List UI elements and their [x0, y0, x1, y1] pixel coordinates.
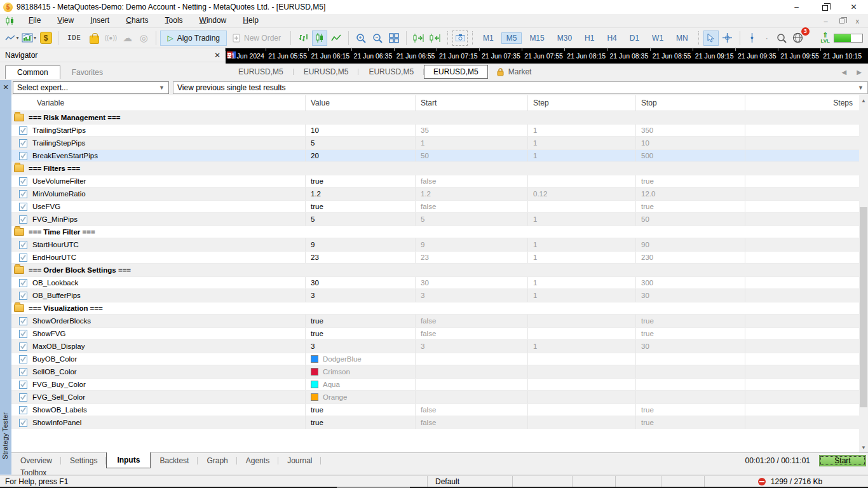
signals-icon[interactable]: ((●)) [103, 30, 118, 46]
param-steps[interactable] [745, 353, 859, 365]
param-steps[interactable] [745, 238, 859, 251]
param-stop[interactable]: true [635, 404, 745, 416]
param-step[interactable]: 1 [527, 289, 635, 302]
param-checkbox[interactable] [19, 139, 27, 147]
param-stop[interactable]: 50 [635, 213, 745, 226]
param-stop[interactable]: true [635, 315, 745, 327]
scrollbar-down-icon[interactable]: ▼ [859, 442, 868, 452]
param-row[interactable]: UseFVG true false true [11, 200, 859, 213]
chart-shift-icon[interactable] [428, 30, 443, 46]
cursor-tool-icon[interactable] [703, 30, 719, 46]
timeframe-m1[interactable]: M1 [478, 32, 499, 44]
param-value[interactable]: 20 [305, 150, 415, 161]
table-scrollbar[interactable]: ▲ ▼ [859, 95, 868, 452]
param-checkbox[interactable] [19, 406, 27, 414]
market-bag-icon[interactable] [86, 30, 102, 46]
param-steps[interactable] [745, 289, 859, 302]
param-step[interactable]: 1 [527, 340, 635, 353]
param-row[interactable]: ShowInfoPanel true false true [11, 416, 859, 429]
param-step[interactable] [527, 353, 635, 365]
select-expert-dropdown[interactable]: Select expert... ▼ [13, 81, 169, 94]
group-row[interactable]: === Time Filter === [11, 226, 859, 238]
param-checkbox[interactable] [19, 177, 27, 186]
param-checkbox[interactable] [19, 254, 27, 262]
algo-trading-button[interactable]: ▷ Algo Trading [160, 30, 227, 46]
tester-tab-backtest[interactable]: Backtest [151, 454, 198, 468]
mdi-minimize-button[interactable]: – [824, 17, 827, 25]
param-step[interactable] [527, 365, 635, 378]
param-checkbox[interactable] [19, 241, 27, 249]
param-row[interactable]: SellOB_Color Crimson [11, 365, 859, 378]
timeframe-mn[interactable]: MN [671, 32, 693, 44]
timeframe-h4[interactable]: H4 [602, 32, 621, 44]
auto-scroll-icon[interactable] [411, 30, 426, 46]
tile-windows-icon[interactable] [386, 30, 402, 46]
menu-view[interactable]: View [49, 14, 82, 27]
ide-button[interactable]: IDE [63, 30, 85, 46]
param-start[interactable]: false [415, 328, 527, 339]
menu-window[interactable]: Window [191, 14, 235, 27]
param-value[interactable]: 10 [305, 125, 415, 136]
menu-charts[interactable]: Charts [118, 14, 156, 27]
vps-icon[interactable]: ◎ [136, 30, 151, 46]
param-row[interactable]: BreakEvenStartPips 20 50 1 500 [11, 149, 859, 162]
param-stop[interactable]: 10 [635, 137, 745, 149]
param-row[interactable]: EndHourUTC 23 23 1 230 [11, 251, 859, 264]
chart-tab-0[interactable]: EURUSD,M5 [228, 65, 294, 79]
param-steps[interactable] [745, 340, 859, 353]
cloud-icon[interactable]: ☁ [119, 30, 135, 46]
param-value[interactable]: true [305, 315, 415, 327]
param-step[interactable]: 1 [527, 137, 635, 149]
param-step[interactable] [527, 201, 635, 212]
param-step[interactable]: 1 [527, 277, 635, 288]
param-checkbox[interactable] [19, 152, 27, 160]
param-start[interactable]: 1.2 [415, 187, 527, 200]
param-row[interactable]: FVG_Buy_Color Aqua [11, 378, 859, 391]
col-header-start[interactable]: Start [415, 95, 527, 111]
param-stop[interactable]: 90 [635, 238, 745, 251]
chart-tab-3[interactable]: EURUSD,M5 [424, 65, 488, 79]
param-start[interactable]: false [415, 315, 527, 327]
col-header-variable[interactable]: Variable [11, 95, 305, 111]
param-value[interactable]: 30 [305, 277, 415, 288]
col-header-step[interactable]: Step [527, 95, 635, 111]
param-row[interactable]: FVG_MinPips 5 5 1 50 [11, 213, 859, 226]
param-step[interactable] [527, 175, 635, 187]
param-start[interactable]: 1 [415, 137, 527, 149]
param-steps[interactable] [745, 391, 859, 403]
param-value[interactable]: true [305, 328, 415, 339]
param-checkbox[interactable] [19, 381, 27, 389]
param-value[interactable]: true [305, 201, 415, 212]
param-steps[interactable] [745, 201, 859, 212]
param-value[interactable]: 5 [305, 137, 415, 149]
minimize-button[interactable]: – [782, 0, 811, 14]
param-checkbox[interactable] [19, 368, 27, 376]
param-step[interactable]: 0.12 [527, 187, 635, 200]
param-steps[interactable] [745, 328, 859, 339]
mdi-close-button[interactable]: x [856, 17, 860, 25]
param-steps[interactable] [745, 150, 859, 161]
group-row[interactable]: === Order Block Settings === [11, 264, 859, 276]
param-step[interactable] [527, 328, 635, 339]
param-row[interactable]: MinVolumeRatio 1.2 1.2 0.12 12.0 [11, 187, 859, 200]
param-checkbox[interactable] [19, 279, 27, 287]
col-header-steps[interactable]: Steps [745, 95, 859, 111]
param-step[interactable]: 1 [527, 238, 635, 251]
timeframe-w1[interactable]: W1 [647, 32, 668, 44]
param-stop[interactable] [635, 391, 745, 403]
zoom-out-icon[interactable] [370, 30, 385, 46]
community-icon[interactable]: 3 [790, 30, 806, 46]
param-value[interactable]: Aqua [305, 379, 415, 390]
param-value[interactable]: true [305, 175, 415, 187]
param-steps[interactable] [745, 404, 859, 416]
param-start[interactable]: 3 [415, 289, 527, 302]
param-value[interactable]: 23 [305, 252, 415, 263]
menu-insert[interactable]: Insert [82, 14, 118, 27]
group-row[interactable]: === Risk Management === [11, 111, 859, 124]
param-stop[interactable]: 230 [635, 252, 745, 263]
param-value[interactable]: 3 [305, 340, 415, 353]
param-start[interactable]: false [415, 404, 527, 416]
group-row[interactable]: === Visualization === [11, 302, 859, 315]
param-start[interactable]: 9 [415, 238, 527, 251]
timeframe-m30[interactable]: M30 [552, 32, 577, 44]
